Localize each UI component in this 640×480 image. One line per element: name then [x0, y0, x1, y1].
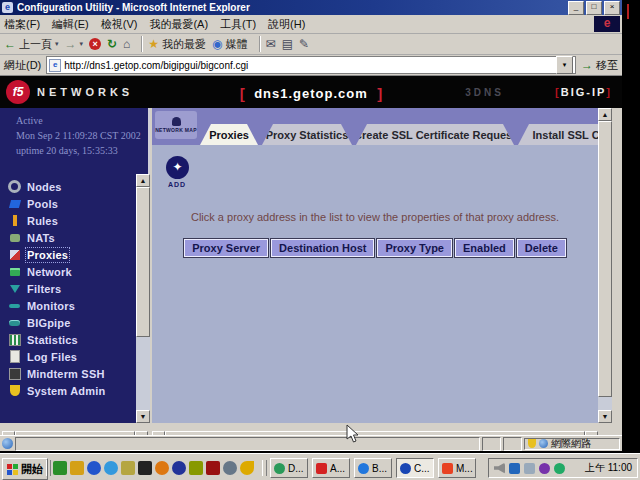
quicklaunch-icon-3[interactable] [87, 461, 101, 475]
menu-help[interactable]: 說明(H) [268, 17, 305, 32]
minimize-button[interactable]: _ [568, 1, 584, 15]
refresh-button[interactable]: ↻ [107, 37, 117, 51]
network-map-button[interactable]: NETWORK MAP [155, 111, 197, 139]
status-segment [482, 437, 501, 451]
sidebar-item-bigpipe[interactable]: BIGpipe [8, 314, 134, 331]
taskbar-window-button-5[interactable]: M... [438, 458, 476, 478]
scrollbar-thumb[interactable] [136, 187, 150, 337]
quicklaunch-icon-1[interactable] [53, 461, 67, 475]
display-icon[interactable] [509, 463, 520, 474]
header-destination-host: Destination Host [271, 239, 374, 257]
sidebar-item-rules[interactable]: Rules [8, 212, 134, 229]
header-proxy-server: Proxy Server [184, 239, 268, 257]
quicklaunch-icon-9[interactable] [189, 461, 203, 475]
quicklaunch-icon-7[interactable] [155, 461, 169, 475]
content-area: Active Mon Sep 2 11:09:28 CST 2002 uptim… [0, 108, 612, 423]
menu-file[interactable]: 檔案(F) [4, 17, 40, 32]
main-scrollbar[interactable]: ▲ ▼ [598, 108, 612, 423]
sidebar-item-nats[interactable]: NATs [8, 229, 134, 246]
stop-button[interactable]: × [89, 38, 101, 50]
scroll-down-icon[interactable]: ▼ [136, 410, 150, 423]
quicklaunch-icon-4[interactable] [104, 461, 118, 475]
desktop: { "window": { "title": "Configuration Ut… [0, 0, 640, 480]
quicklaunch-icon-2[interactable] [70, 461, 84, 475]
sidebar-item-statistics[interactable]: Statistics [8, 331, 134, 348]
print-button[interactable]: ▤ [282, 37, 293, 51]
start-label: 開始 [21, 462, 43, 477]
menu-view[interactable]: 檢視(V) [101, 17, 138, 32]
sidebar-item-logfiles[interactable]: Log Files [8, 348, 134, 365]
url-input[interactable]: e http://dns1.getop.com/bigipgui/bigconf… [46, 56, 576, 74]
sidebar-item-network[interactable]: Network [8, 263, 134, 280]
tab-proxy-statistics[interactable]: Proxy Statistics [262, 124, 352, 145]
quicklaunch-icon-8[interactable] [172, 461, 186, 475]
window-app-icon [358, 463, 369, 474]
tab-proxies[interactable]: Proxies [200, 124, 258, 145]
quicklaunch-icon-10[interactable] [206, 461, 220, 475]
back-dropdown-icon[interactable]: ▾ [55, 40, 59, 48]
add-button[interactable]: ✦ [166, 156, 189, 179]
sidebar-scrollbar[interactable]: ▲ ▼ [136, 174, 150, 423]
back-button[interactable]: ← 上一頁 ▾ [4, 37, 59, 52]
window-button-label: C... [414, 463, 430, 474]
sidebar-item-mindterm-ssh[interactable]: Mindterm SSH [8, 365, 134, 382]
mail-icon: ✉ [266, 37, 276, 51]
go-button[interactable]: → 移至 [581, 58, 618, 73]
scroll-up-icon[interactable]: ▲ [136, 174, 150, 187]
tab-install-ssl-certificate[interactable]: Install SSL Certifi [518, 124, 598, 145]
tray-app-icon[interactable] [539, 463, 550, 474]
taskbar-window-button-4[interactable]: C... [396, 458, 434, 478]
tab-create-ssl-certificate-request[interactable]: Create SSL Certificate Request [356, 124, 514, 145]
menu-favorites[interactable]: 我的最愛(A) [149, 17, 208, 32]
taskbar-window-button-2[interactable]: A... [312, 458, 350, 478]
security-zone-field: 網際網路 [524, 438, 620, 450]
network-icon [8, 265, 21, 278]
sidebar-item-nodes[interactable]: Nodes [8, 178, 134, 195]
window-app-icon [442, 463, 453, 474]
home-button[interactable]: ⌂ [123, 37, 130, 51]
close-button[interactable]: × [604, 1, 620, 15]
sidebar-item-proxies[interactable]: Proxies [8, 246, 134, 263]
sidebar-item-monitors[interactable]: Monitors [8, 297, 134, 314]
maximize-button[interactable]: □ [586, 1, 602, 15]
forward-button[interactable]: → ▾ [65, 37, 84, 51]
forward-dropdown-icon[interactable]: ▾ [80, 40, 84, 48]
taskbar-window-button-3[interactable]: B... [354, 458, 392, 478]
network-status-icon[interactable] [524, 463, 535, 474]
network-map-icon [172, 117, 181, 126]
main-frame: NETWORK MAP Proxies Proxy Statistics Cre… [152, 108, 598, 423]
quicklaunch-icon-6[interactable] [138, 461, 152, 475]
scroll-down-icon[interactable]: ▼ [598, 410, 612, 423]
media-button[interactable]: ◉ 媒體 [212, 37, 247, 52]
quicklaunch-icon-11[interactable] [223, 461, 237, 475]
quicklaunch-icon-5[interactable] [121, 461, 135, 475]
scrollbar-thumb[interactable] [598, 121, 612, 397]
system-admin-icon [8, 384, 21, 397]
edit-icon: ✎ [299, 37, 309, 51]
sidebar-item-label: Filters [27, 283, 61, 295]
taskbar-window-button-1[interactable]: D... [270, 458, 308, 478]
edit-button[interactable]: ✎ [299, 37, 309, 51]
url-dropdown-icon[interactable]: ▾ [556, 56, 573, 74]
start-button[interactable]: 開始 [2, 458, 48, 480]
volume-icon[interactable] [494, 463, 505, 474]
clock[interactable]: 上午 11:00 [585, 461, 632, 475]
sidebar-item-label: Log Files [27, 351, 77, 363]
url-text[interactable]: http://dns1.getop.com/bigipgui/bigconf.c… [64, 60, 553, 71]
app-icon: e [2, 2, 13, 13]
tray-updater-icon[interactable] [554, 463, 565, 474]
menu-tools[interactable]: 工具(T) [220, 17, 256, 32]
scroll-up-icon[interactable]: ▲ [598, 108, 612, 121]
hostname-banner: [ dns1.getop.com ] [0, 84, 622, 102]
menu-edit[interactable]: 編輯(E) [52, 17, 89, 32]
sidebar-item-filters[interactable]: Filters [8, 280, 134, 297]
media-icon: ◉ [212, 37, 222, 51]
sidebar-item-pools[interactable]: Pools [8, 195, 134, 212]
quicklaunch-icon-12[interactable] [240, 461, 254, 475]
pools-icon [8, 197, 21, 210]
forward-arrow-icon: → [65, 37, 77, 51]
sidebar-item-system-admin[interactable]: System Admin [8, 382, 134, 399]
mail-button[interactable]: ✉ [266, 37, 276, 51]
favorites-button[interactable]: ★ 我的最愛 [148, 37, 206, 52]
sidebar-item-label: Pools [27, 198, 58, 210]
